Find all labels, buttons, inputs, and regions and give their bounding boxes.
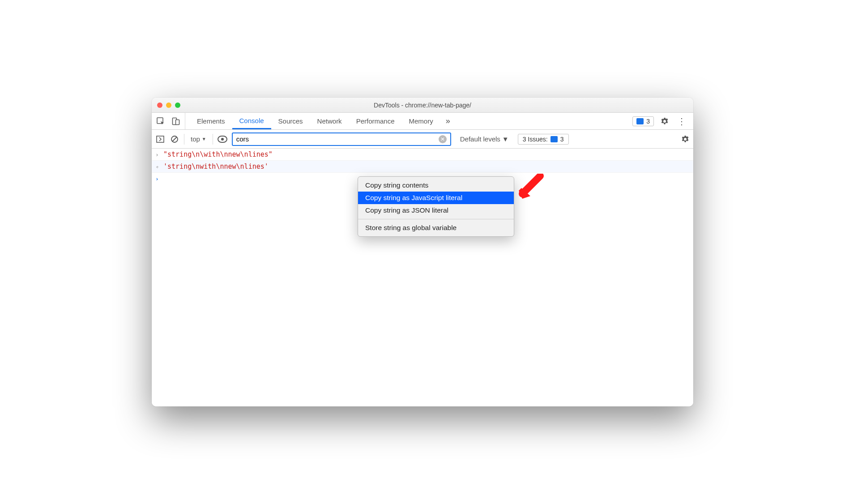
filter-input-wrapper: ✕ [232, 132, 451, 146]
zoom-icon[interactable] [175, 103, 180, 108]
input-marker-icon [155, 150, 163, 158]
window-title: DevTools - chrome://new-tab-page/ [152, 102, 693, 109]
context-menu: Copy string contents Copy string as Java… [358, 176, 514, 237]
warnings-count: 3 [646, 118, 650, 125]
tabs-overflow-icon[interactable]: » [440, 116, 456, 126]
clear-console-icon[interactable] [170, 134, 179, 144]
context-selector[interactable]: top ▼ [189, 135, 208, 143]
devtools-tabs: Elements Console Sources Network Perform… [152, 113, 693, 130]
speech-icon [636, 118, 644, 124]
kebab-icon[interactable]: ⋮ [675, 116, 688, 127]
traffic-lights [157, 103, 180, 108]
close-icon[interactable] [157, 103, 162, 108]
menu-item-copy-json-literal[interactable]: Copy string as JSON literal [358, 204, 514, 217]
chevron-down-icon: ▼ [202, 137, 206, 141]
menu-separator [358, 219, 514, 219]
menu-item-copy-js-literal[interactable]: Copy string as JavaScript literal [358, 192, 514, 204]
devtools-window: DevTools - chrome://new-tab-page/ Elemen… [152, 98, 693, 406]
console-value: 'string\nwith\nnew\nlines' [163, 162, 269, 171]
console-row[interactable]: "string\n\with\nnew\nlines" [152, 149, 693, 161]
titlebar: DevTools - chrome://new-tab-page/ [152, 98, 693, 113]
issues-pill[interactable]: 3 Issues: 3 [518, 134, 569, 145]
live-expression-icon[interactable] [218, 136, 227, 143]
input-marker-icon [155, 175, 163, 182]
device-toolbar-icon[interactable] [171, 117, 180, 126]
tab-performance[interactable]: Performance [349, 113, 402, 129]
tab-elements[interactable]: Elements [190, 113, 232, 129]
minimize-icon[interactable] [166, 103, 171, 108]
tab-console[interactable]: Console [232, 113, 271, 129]
console-toolbar: top ▼ ✕ Default levels ▼ 3 Issues: 3 [152, 130, 693, 149]
tab-sources[interactable]: Sources [271, 113, 310, 129]
inspect-tools-group [154, 113, 185, 129]
context-label: top [191, 135, 200, 143]
menu-item-copy-contents[interactable]: Copy string contents [358, 179, 514, 192]
console-sidebar-toggle-icon[interactable] [155, 134, 165, 144]
tab-memory[interactable]: Memory [402, 113, 440, 129]
annotation-arrow-icon [518, 174, 545, 201]
console-value: "string\n\with\nnew\nlines" [163, 150, 273, 158]
levels-label: Default levels [460, 135, 500, 143]
gear-icon[interactable] [660, 117, 669, 126]
clear-filter-icon[interactable]: ✕ [439, 135, 447, 143]
svg-line-5 [172, 137, 177, 141]
chevron-down-icon: ▼ [502, 135, 509, 143]
output-marker-icon [155, 162, 163, 170]
tab-network[interactable]: Network [310, 113, 349, 129]
warnings-pill[interactable]: 3 [632, 116, 654, 126]
inspect-element-icon[interactable] [156, 117, 165, 126]
speech-icon [551, 136, 558, 142]
console-row[interactable]: 'string\nwith\nnew\nlines' [152, 161, 693, 173]
filter-input[interactable] [236, 135, 435, 143]
log-levels-selector[interactable]: Default levels ▼ [460, 135, 509, 143]
console-settings-gear-icon[interactable] [681, 135, 690, 144]
menu-item-store-global[interactable]: Store string as global variable [358, 222, 514, 234]
issues-count: 3 [560, 136, 564, 143]
svg-rect-2 [176, 120, 179, 124]
issues-label: 3 Issues: [523, 136, 548, 143]
svg-rect-3 [157, 136, 164, 142]
